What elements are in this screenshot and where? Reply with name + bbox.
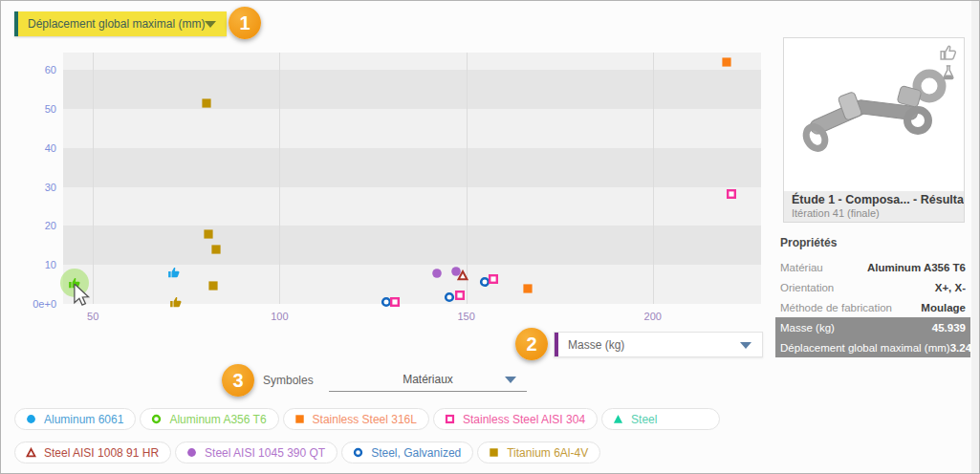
legend-label: Steel AISI 1008 91 HR (44, 446, 159, 460)
result-subtitle: Itération 41 (finale) (792, 207, 956, 219)
property-row: Méthode de fabricationMoulage (775, 297, 970, 317)
data-point[interactable] (721, 56, 732, 68)
thumbs-up-icon[interactable] (939, 43, 958, 62)
step-badge-3: 3 (222, 364, 254, 397)
data-point[interactable] (210, 244, 222, 255)
chevron-down-icon (205, 21, 216, 28)
plot-band (63, 70, 761, 109)
result-card-caption: Étude 1 - Composa... - Résultat 40 Itéra… (784, 191, 964, 222)
legend-marker-icon (26, 447, 36, 458)
x-tick-label: 50 (64, 311, 121, 322)
y-axis-dropdown[interactable]: Déplacement global maximal (mm) (14, 11, 227, 36)
gridline (93, 53, 94, 304)
symbols-dropdown-value: Matériaux (403, 373, 453, 386)
legend-label: Aluminum A356 T6 (169, 413, 266, 426)
legend-chip[interactable]: Steel AISI 1045 390 QT (175, 442, 338, 463)
property-label: Matériau (780, 262, 823, 273)
plot-band (63, 226, 761, 265)
legend-chip[interactable]: Steel (601, 408, 720, 430)
gridline (653, 53, 654, 304)
plot-band (63, 109, 761, 148)
gridline (279, 53, 280, 304)
legend-marker-icon (613, 414, 623, 424)
data-point[interactable] (726, 188, 737, 200)
properties-header: Propriétés (775, 232, 970, 257)
legend-label: Steel (631, 413, 657, 426)
x-tick-label: 100 (250, 311, 308, 322)
x-tick-label: 150 (438, 311, 495, 322)
y-tick-label: 30 (7, 182, 56, 193)
plot-band (63, 148, 761, 187)
x-axis-accent-bar (555, 333, 558, 356)
legend-marker-icon (489, 447, 499, 458)
result-card[interactable]: Étude 1 - Composa... - Résultat 40 Itéra… (783, 37, 965, 223)
symbols-label: Symboles (263, 374, 314, 387)
data-point[interactable] (203, 228, 214, 240)
legend-marker-icon (294, 414, 305, 424)
property-label: Méthode de fabrication (780, 302, 892, 313)
legend-chip[interactable]: Steel, Galvanized (341, 442, 473, 463)
data-point[interactable] (454, 290, 466, 301)
legend-marker-icon (26, 414, 36, 424)
property-row: OrientationX+, X- (775, 277, 970, 297)
legend-row: Aluminum 6061Aluminum A356 T6Stainless S… (14, 408, 720, 430)
property-row: Masse (kg)45.939 (775, 317, 970, 337)
property-row: MatériauAluminum A356 T6 (775, 257, 970, 277)
outcome-explorer-view: Déplacement global maximal (mm) 1 Masse … (0, 0, 980, 474)
property-value: Moulage (921, 302, 966, 313)
legend-marker-icon (445, 414, 455, 424)
experiment-flask-icon[interactable] (940, 64, 957, 81)
plot-band (63, 187, 761, 226)
legend-marker-icon (186, 447, 197, 458)
legend-chip[interactable]: Aluminum 6061 (14, 408, 136, 430)
data-point[interactable] (207, 280, 219, 291)
result-title: Étude 1 - Composa... - Résultat 40 (792, 193, 956, 206)
part-thumbnail (784, 38, 964, 191)
legend-row: Steel AISI 1008 91 HRSteel AISI 1045 390… (14, 442, 600, 463)
chevron-down-icon (505, 377, 516, 383)
data-point[interactable] (167, 266, 182, 280)
legend-chip[interactable]: Titanium 6Al-4V (477, 442, 600, 463)
legend-label: Stainless Steel 316L (313, 413, 417, 426)
legend-chip[interactable]: Steel AISI 1008 91 HR (14, 442, 171, 463)
y-tick-label: 60 (7, 64, 56, 75)
x-axis-dropdown-label: Masse (kg) (555, 338, 624, 352)
step-badge-2: 2 (515, 328, 548, 360)
property-value: X+, X- (935, 282, 966, 293)
data-point[interactable] (169, 295, 184, 310)
chevron-down-icon (740, 342, 751, 349)
legend-label: Titanium 6Al-4V (507, 446, 588, 460)
y-axis-dropdown-label: Déplacement global maximal (mm) (14, 17, 205, 31)
y-tick-label: 0e+0 (7, 298, 56, 310)
property-value: 45.939 (932, 322, 966, 334)
data-point[interactable] (522, 283, 534, 294)
x-axis-dropdown[interactable]: Masse (kg) (554, 332, 763, 357)
y-tick-label: 20 (7, 220, 56, 231)
legend-label: Steel AISI 1045 390 QT (205, 446, 325, 460)
symbols-dropdown[interactable]: Matériaux (329, 367, 527, 392)
y-tick-label: 10 (7, 259, 56, 270)
legend-label: Stainless Steel AISI 304 (463, 413, 585, 426)
property-label: Orientation (780, 282, 834, 293)
property-label: Masse (kg) (780, 322, 835, 334)
legend-chip[interactable]: Aluminum A356 T6 (140, 408, 278, 430)
step-badge-1: 1 (229, 7, 261, 39)
data-point[interactable] (201, 97, 212, 109)
property-value: Aluminum A356 T6 (867, 262, 966, 273)
legend-chip[interactable]: Stainless Steel AISI 304 (433, 408, 598, 430)
property-row: Déplacement global maximal (mm)3.248 (775, 337, 970, 357)
scatter-plot[interactable] (63, 53, 761, 304)
gridline (467, 53, 468, 304)
y-tick-label: 50 (7, 103, 56, 115)
scrollbar-track[interactable] (971, 1, 979, 473)
data-point[interactable] (431, 268, 443, 279)
data-point[interactable] (457, 269, 468, 281)
properties-panel: Propriétés MatériauAluminum A356 T6Orien… (775, 232, 970, 357)
property-label: Déplacement global maximal (mm) (780, 342, 950, 354)
data-point[interactable] (488, 273, 499, 285)
legend-label: Steel, Galvanized (371, 446, 461, 460)
data-point[interactable] (389, 296, 401, 308)
legend-marker-icon (151, 414, 162, 424)
mouse-cursor (72, 284, 93, 309)
legend-chip[interactable]: Stainless Steel 316L (283, 408, 429, 430)
